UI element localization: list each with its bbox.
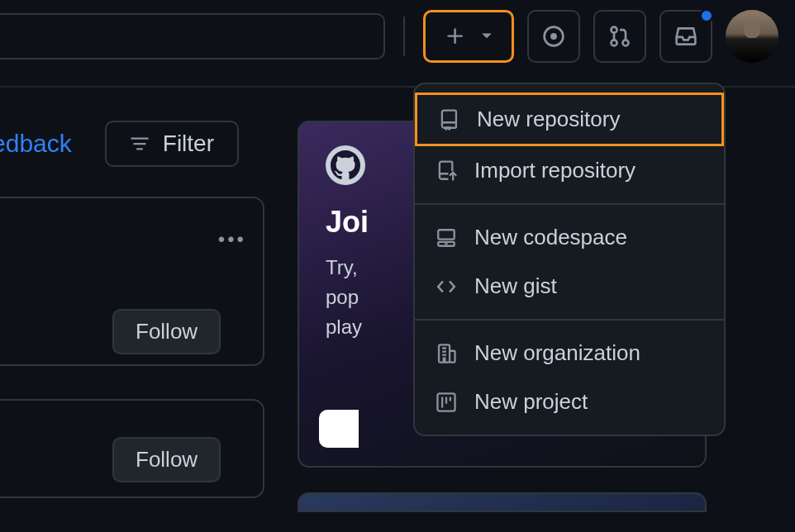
feed-card: Follow: [0, 399, 264, 498]
divider: [403, 17, 405, 56]
plus-icon: [445, 26, 466, 47]
project-icon: [435, 391, 458, 414]
menu-label: New project: [474, 389, 588, 415]
issue-icon: [542, 25, 565, 48]
filter-label: Filter: [163, 131, 214, 157]
promo-cta[interactable]: [319, 410, 359, 448]
pull-requests-button[interactable]: [593, 10, 646, 63]
promo-card-secondary: [298, 492, 707, 512]
filter-icon: [130, 134, 150, 154]
create-new-dropdown: New repository Import repository New cod…: [413, 83, 726, 436]
menu-divider: [415, 203, 724, 205]
notifications-button[interactable]: [659, 10, 712, 63]
menu-label: Import repository: [474, 158, 636, 183]
filter-button[interactable]: Filter: [105, 121, 239, 167]
kebab-icon[interactable]: •••: [218, 228, 246, 251]
repo-icon: [437, 108, 460, 131]
menu-item-new-project[interactable]: New project: [415, 378, 724, 426]
repo-push-icon: [435, 159, 458, 183]
feed-card: ••• Follow: [0, 197, 264, 366]
code-icon: [435, 275, 458, 298]
svg-rect-5: [438, 230, 455, 239]
follow-button[interactable]: Follow: [112, 437, 221, 482]
menu-divider: [415, 319, 724, 321]
menu-item-new-gist[interactable]: New gist: [415, 262, 724, 311]
menu-item-new-repository[interactable]: New repository: [415, 93, 724, 146]
inbox-icon: [674, 25, 697, 48]
svg-point-3: [612, 40, 617, 45]
svg-point-4: [623, 40, 629, 45]
menu-label: New repository: [477, 107, 620, 132]
svg-point-2: [612, 27, 617, 33]
menu-item-new-codespace[interactable]: New codespace: [415, 213, 724, 262]
feedback-link[interactable]: d feedback: [0, 130, 72, 158]
codespace-icon: [435, 226, 458, 249]
menu-label: New gist: [474, 273, 557, 299]
issues-button[interactable]: [527, 10, 580, 63]
caret-down-icon: [481, 32, 493, 40]
avatar[interactable]: [726, 10, 778, 63]
create-new-button[interactable]: [423, 10, 514, 63]
search-input[interactable]: ch: [0, 13, 385, 59]
pull-request-icon: [608, 25, 631, 48]
menu-label: New organization: [474, 340, 640, 366]
notification-indicator: [699, 8, 714, 23]
svg-point-1: [551, 34, 555, 38]
github-logo-icon: [326, 145, 365, 185]
menu-label: New codespace: [474, 225, 627, 250]
follow-button[interactable]: Follow: [112, 309, 221, 354]
menu-item-new-organization[interactable]: New organization: [415, 329, 724, 378]
organization-icon: [435, 342, 458, 365]
menu-item-import-repository[interactable]: Import repository: [415, 146, 724, 195]
